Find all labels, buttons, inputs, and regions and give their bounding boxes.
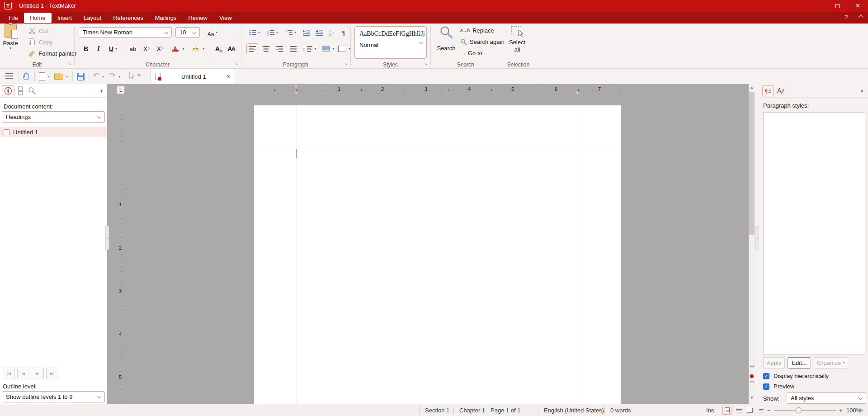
search-button[interactable]: Search xyxy=(435,25,458,61)
paragraph-dialog-launcher-icon[interactable]: ↘ xyxy=(344,61,348,66)
new-document-dropdown-icon[interactable]: ▾ xyxy=(48,75,50,79)
apply-style-button[interactable]: Apply xyxy=(763,357,785,369)
scrollbar-thumb[interactable] xyxy=(749,92,755,235)
styles-list[interactable] xyxy=(763,112,865,355)
next-item-button[interactable]: ▶ xyxy=(32,368,44,379)
chapter-indicator[interactable]: Chapter 1 xyxy=(459,407,485,414)
first-item-button[interactable]: |◀ xyxy=(3,368,15,379)
bold-button[interactable]: B xyxy=(80,43,91,54)
sidebar-menu-dropdown-icon[interactable]: ▾ xyxy=(100,89,103,94)
replace-button[interactable]: a→b Replace xyxy=(460,27,494,34)
help-icon[interactable]: ? xyxy=(844,14,848,20)
pages-panel-button[interactable] xyxy=(18,86,24,95)
vertical-ruler[interactable]: 1 2 3 4 5 xyxy=(118,98,125,404)
menu-references[interactable]: References xyxy=(107,13,149,23)
last-item-button[interactable]: ▶| xyxy=(46,368,58,379)
numbered-list-button[interactable]: 123 ▾ xyxy=(264,27,281,38)
language-indicator[interactable]: English (United States) xyxy=(544,407,604,414)
styles-dialog-launcher-icon[interactable]: ↘ xyxy=(424,61,428,66)
justify-button[interactable] xyxy=(287,43,299,54)
preview-option[interactable]: ✓ Preview xyxy=(763,383,794,390)
left-sidebar-splitter[interactable]: ‹ xyxy=(105,226,109,250)
right-sidebar-splitter[interactable]: ‹ xyxy=(755,226,759,250)
menu-review[interactable]: Review xyxy=(182,13,213,23)
redo-button[interactable]: ↷ xyxy=(109,71,115,80)
save-button[interactable] xyxy=(77,73,85,80)
copy-button[interactable]: Copy xyxy=(28,38,52,46)
edit-style-button[interactable]: Edit... xyxy=(788,357,811,369)
display-hierarchically-option[interactable]: ✓ Display hierarchically xyxy=(763,373,829,379)
page-view-button[interactable] xyxy=(722,406,731,415)
sidebar-search-button[interactable] xyxy=(28,87,36,95)
scroll-up-icon[interactable]: ▲ xyxy=(749,86,755,90)
character-dialog-launcher-icon[interactable]: ↘ xyxy=(235,61,238,66)
checkbox-checked-icon[interactable]: ✓ xyxy=(763,383,769,390)
outline-list-item[interactable]: Untitled 1 xyxy=(0,127,107,137)
subscript-button[interactable]: X2 xyxy=(140,43,153,54)
previous-object-icon[interactable]: ▲▲ xyxy=(749,364,755,367)
reset-formatting-button[interactable]: A xyxy=(212,43,223,54)
insert-mode-indicator[interactable]: Ins xyxy=(706,407,714,414)
format-painter-button[interactable]: Format painter xyxy=(28,50,77,57)
align-center-button[interactable] xyxy=(260,43,272,54)
style-picker[interactable]: AaBbCcDdEeFfGgHhIiJj Normal xyxy=(354,26,427,59)
tab-stop-selector[interactable]: L xyxy=(117,86,125,94)
zoom-slider-track[interactable] xyxy=(774,410,836,411)
navigation-tab-button[interactable] xyxy=(2,85,14,96)
normal-view-button[interactable] xyxy=(734,406,743,415)
zoom-out-button[interactable]: − xyxy=(767,407,771,414)
statusbar-overflow-icon[interactable]: » xyxy=(860,407,863,413)
shrink-font-button[interactable]: A− xyxy=(229,43,241,54)
hand-tool-button[interactable] xyxy=(23,72,30,80)
menu-home[interactable]: Home xyxy=(24,13,52,23)
menu-layout[interactable]: Layout xyxy=(78,13,107,23)
select-all-button[interactable]: Select all xyxy=(504,25,531,61)
font-size-combobox[interactable]: 10 xyxy=(175,27,200,38)
edit-dialog-launcher-icon[interactable]: ↘ xyxy=(68,61,71,66)
menu-insert[interactable]: Insert xyxy=(52,13,78,23)
first-line-indent-marker[interactable] xyxy=(294,85,298,88)
italic-button[interactable]: I xyxy=(93,43,104,54)
shading-button[interactable]: ▾ xyxy=(320,43,337,54)
next-object-icon[interactable]: ▼▼ xyxy=(749,381,755,383)
word-count[interactable]: 0 words xyxy=(610,407,631,414)
toolbar-overflow-icon[interactable]: » xyxy=(137,71,141,78)
pointer-tool-button[interactable] xyxy=(129,72,135,79)
search-again-button[interactable]: Search again xyxy=(460,38,505,45)
font-name-combobox[interactable]: Times New Roman xyxy=(79,27,172,38)
outline-view-button[interactable] xyxy=(756,406,765,415)
open-dropdown-icon[interactable]: ▾ xyxy=(66,75,68,79)
multilevel-list-button[interactable]: 1 ▾ xyxy=(283,27,299,38)
zoom-level[interactable]: 100% xyxy=(846,407,861,414)
line-spacing-button[interactable]: ↕ ▾ xyxy=(301,43,318,54)
document-tab[interactable]: Untitled 1 × xyxy=(150,69,235,84)
sidebar-toggle-button[interactable] xyxy=(5,73,13,79)
paste-dropdown-icon[interactable]: ▾ xyxy=(9,47,11,50)
redo-dropdown-icon[interactable]: ▾ xyxy=(118,75,120,79)
menu-view[interactable]: View xyxy=(213,13,238,23)
align-left-button[interactable] xyxy=(246,43,258,54)
font-color-button[interactable]: A ▾ xyxy=(168,43,186,54)
content-filter-combobox[interactable]: Headings xyxy=(2,111,105,123)
checkbox-checked-icon[interactable]: ✓ xyxy=(763,373,769,379)
horizontal-ruler[interactable]: 1 2 3 4 5 6 7 xyxy=(254,85,621,95)
sort-button[interactable]: AZ ↕ xyxy=(326,27,338,38)
goto-button[interactable]: → Go to xyxy=(460,50,482,57)
change-case-button[interactable]: ↔Aa ▾ xyxy=(203,27,222,38)
item-checkbox[interactable] xyxy=(4,129,9,135)
underline-button[interactable]: U▾ xyxy=(105,43,121,54)
undo-button[interactable]: ↶ xyxy=(93,71,99,80)
character-styles-tab-button[interactable]: A xyxy=(777,86,785,95)
paragraph-styles-tab-button[interactable]: ¶ xyxy=(762,85,774,96)
page-indicator[interactable]: Page 1 of 1 xyxy=(491,407,521,414)
strikethrough-button[interactable]: ab xyxy=(127,43,139,54)
scroll-down-icon[interactable]: ▼ xyxy=(749,396,755,400)
show-styles-combobox[interactable]: All styles xyxy=(787,392,866,404)
maximize-button[interactable] xyxy=(827,0,848,12)
minimize-button[interactable] xyxy=(807,0,827,12)
document-canvas[interactable]: L 1 2 3 4 5 6 7 1 2 3 4 5 xyxy=(107,84,749,404)
section-indicator[interactable]: Section 1 xyxy=(425,407,449,414)
decrease-indent-button[interactable] xyxy=(313,27,324,38)
new-document-button[interactable] xyxy=(39,72,45,80)
menu-file[interactable]: File xyxy=(3,13,24,23)
